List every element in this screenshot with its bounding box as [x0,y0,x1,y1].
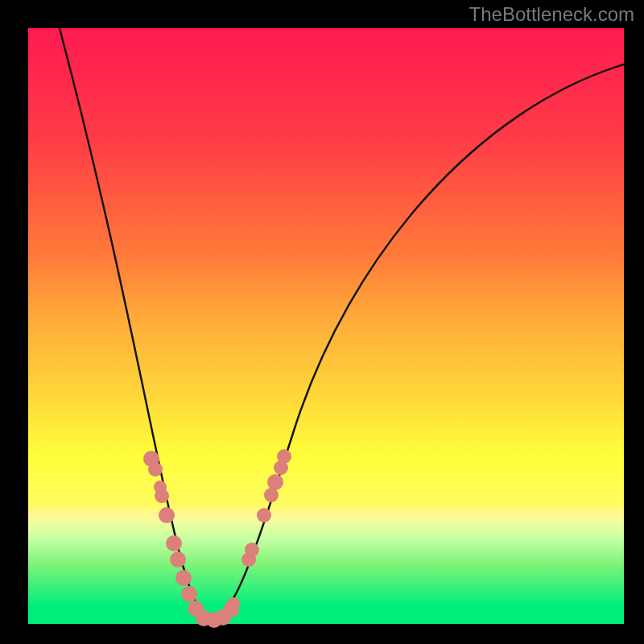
data-point [245,543,259,557]
data-point [148,462,163,477]
data-point [257,508,271,522]
data-point [166,535,182,551]
plot-area [28,28,624,624]
data-point [159,507,175,523]
chart-container: TheBottleneck.com [0,0,644,644]
data-point [181,586,197,602]
watermark-label: TheBottleneck.com [469,3,634,26]
marker-group [143,449,291,628]
data-point [227,597,240,610]
bottleneck-curve [60,28,624,620]
data-point [155,489,169,503]
data-point [170,551,186,568]
data-point [267,474,283,490]
data-point [175,570,192,586]
chart-svg [28,28,624,624]
data-point [277,449,291,464]
